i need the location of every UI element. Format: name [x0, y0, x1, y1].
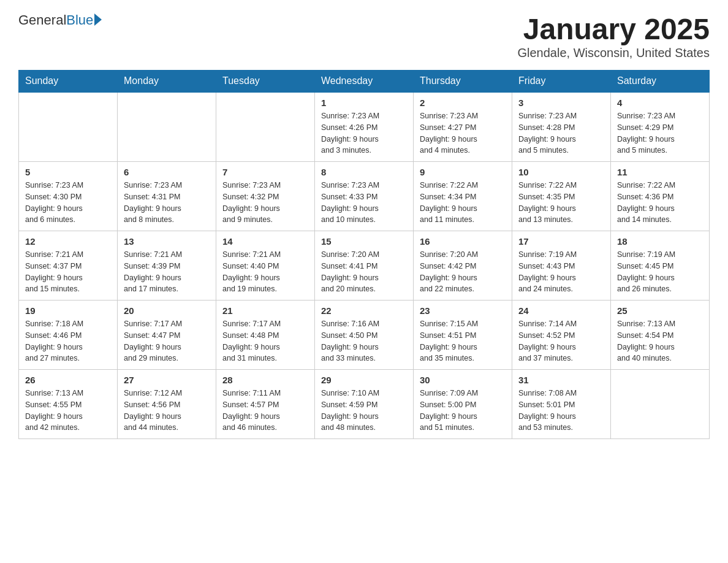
- day-info: Sunrise: 7:15 AM Sunset: 4:51 PM Dayligh…: [420, 318, 506, 364]
- day-number: 13: [124, 236, 210, 247]
- table-cell: 10Sunrise: 7:22 AM Sunset: 4:35 PM Dayli…: [512, 162, 611, 231]
- day-info: Sunrise: 7:13 AM Sunset: 4:55 PM Dayligh…: [25, 388, 111, 434]
- day-info: Sunrise: 7:13 AM Sunset: 4:54 PM Dayligh…: [617, 318, 703, 364]
- table-cell: [118, 92, 216, 162]
- day-number: 15: [321, 236, 407, 247]
- header-saturday: Saturday: [611, 71, 710, 93]
- day-number: 27: [124, 375, 210, 385]
- day-number: 5: [25, 167, 111, 177]
- table-cell: 24Sunrise: 7:14 AM Sunset: 4:52 PM Dayli…: [512, 301, 611, 370]
- page-header: GeneralBlue January 2025 Glendale, Wisco…: [18, 12, 710, 60]
- table-cell: [19, 92, 118, 162]
- calendar-table: SundayMondayTuesdayWednesdayThursdayFrid…: [18, 70, 710, 439]
- header-thursday: Thursday: [414, 71, 512, 93]
- table-cell: 16Sunrise: 7:20 AM Sunset: 4:42 PM Dayli…: [414, 231, 512, 301]
- logo-text: GeneralBlue: [18, 12, 93, 28]
- week-row-4: 19Sunrise: 7:18 AM Sunset: 4:46 PM Dayli…: [19, 301, 710, 370]
- day-info: Sunrise: 7:23 AM Sunset: 4:33 PM Dayligh…: [321, 180, 407, 226]
- day-info: Sunrise: 7:14 AM Sunset: 4:52 PM Dayligh…: [518, 318, 604, 364]
- table-cell: 12Sunrise: 7:21 AM Sunset: 4:37 PM Dayli…: [19, 231, 118, 301]
- header-sunday: Sunday: [19, 71, 118, 93]
- day-number: 11: [617, 167, 703, 177]
- day-info: Sunrise: 7:21 AM Sunset: 4:37 PM Dayligh…: [25, 249, 111, 295]
- table-cell: 28Sunrise: 7:11 AM Sunset: 4:57 PM Dayli…: [216, 370, 315, 439]
- day-info: Sunrise: 7:23 AM Sunset: 4:26 PM Dayligh…: [321, 110, 407, 156]
- table-cell: 18Sunrise: 7:19 AM Sunset: 4:45 PM Dayli…: [611, 231, 710, 301]
- table-cell: 6Sunrise: 7:23 AM Sunset: 4:31 PM Daylig…: [118, 162, 216, 231]
- week-row-2: 5Sunrise: 7:23 AM Sunset: 4:30 PM Daylig…: [19, 162, 710, 231]
- day-number: 17: [518, 236, 604, 247]
- calendar-subtitle: Glendale, Wisconsin, United States: [518, 46, 710, 60]
- table-cell: 21Sunrise: 7:17 AM Sunset: 4:48 PM Dayli…: [216, 301, 315, 370]
- day-info: Sunrise: 7:23 AM Sunset: 4:32 PM Dayligh…: [222, 180, 308, 226]
- header-friday: Friday: [512, 71, 611, 93]
- day-number: 20: [124, 305, 210, 316]
- day-number: 28: [222, 375, 308, 385]
- week-row-1: 1Sunrise: 7:23 AM Sunset: 4:26 PM Daylig…: [19, 92, 710, 162]
- day-number: 31: [518, 375, 604, 385]
- header-wednesday: Wednesday: [315, 71, 414, 93]
- table-cell: 13Sunrise: 7:21 AM Sunset: 4:39 PM Dayli…: [118, 231, 216, 301]
- table-cell: 20Sunrise: 7:17 AM Sunset: 4:47 PM Dayli…: [118, 301, 216, 370]
- day-number: 22: [321, 305, 407, 316]
- day-info: Sunrise: 7:08 AM Sunset: 5:01 PM Dayligh…: [518, 388, 604, 434]
- day-info: Sunrise: 7:21 AM Sunset: 4:39 PM Dayligh…: [124, 249, 210, 295]
- day-info: Sunrise: 7:19 AM Sunset: 4:43 PM Dayligh…: [518, 249, 604, 295]
- day-info: Sunrise: 7:16 AM Sunset: 4:50 PM Dayligh…: [321, 318, 407, 364]
- day-number: 16: [420, 236, 506, 247]
- calendar-title: January 2025: [518, 12, 710, 46]
- day-info: Sunrise: 7:12 AM Sunset: 4:56 PM Dayligh…: [124, 388, 210, 434]
- day-info: Sunrise: 7:23 AM Sunset: 4:29 PM Dayligh…: [617, 110, 703, 156]
- day-number: 10: [518, 167, 604, 177]
- table-cell: 7Sunrise: 7:23 AM Sunset: 4:32 PM Daylig…: [216, 162, 315, 231]
- week-row-3: 12Sunrise: 7:21 AM Sunset: 4:37 PM Dayli…: [19, 231, 710, 301]
- day-info: Sunrise: 7:10 AM Sunset: 4:59 PM Dayligh…: [321, 388, 407, 434]
- day-number: 29: [321, 375, 407, 385]
- day-info: Sunrise: 7:23 AM Sunset: 4:28 PM Dayligh…: [518, 110, 604, 156]
- day-number: 3: [518, 98, 604, 108]
- day-number: 23: [420, 305, 506, 316]
- table-cell: 2Sunrise: 7:23 AM Sunset: 4:27 PM Daylig…: [414, 92, 512, 162]
- table-cell: [611, 370, 710, 439]
- table-cell: 26Sunrise: 7:13 AM Sunset: 4:55 PM Dayli…: [19, 370, 118, 439]
- day-info: Sunrise: 7:23 AM Sunset: 4:30 PM Dayligh…: [25, 180, 111, 226]
- table-cell: 17Sunrise: 7:19 AM Sunset: 4:43 PM Dayli…: [512, 231, 611, 301]
- day-number: 2: [420, 98, 506, 108]
- day-number: 26: [25, 375, 111, 385]
- day-info: Sunrise: 7:23 AM Sunset: 4:27 PM Dayligh…: [420, 110, 506, 156]
- table-cell: 19Sunrise: 7:18 AM Sunset: 4:46 PM Dayli…: [19, 301, 118, 370]
- day-info: Sunrise: 7:20 AM Sunset: 4:42 PM Dayligh…: [420, 249, 506, 295]
- day-number: 30: [420, 375, 506, 385]
- day-info: Sunrise: 7:23 AM Sunset: 4:31 PM Dayligh…: [124, 180, 210, 226]
- table-cell: 15Sunrise: 7:20 AM Sunset: 4:41 PM Dayli…: [315, 231, 414, 301]
- day-number: 4: [617, 98, 703, 108]
- table-cell: [216, 92, 315, 162]
- table-cell: 9Sunrise: 7:22 AM Sunset: 4:34 PM Daylig…: [414, 162, 512, 231]
- table-cell: 14Sunrise: 7:21 AM Sunset: 4:40 PM Dayli…: [216, 231, 315, 301]
- day-number: 1: [321, 98, 407, 108]
- table-cell: 22Sunrise: 7:16 AM Sunset: 4:50 PM Dayli…: [315, 301, 414, 370]
- day-number: 24: [518, 305, 604, 316]
- day-info: Sunrise: 7:17 AM Sunset: 4:48 PM Dayligh…: [222, 318, 308, 364]
- day-info: Sunrise: 7:09 AM Sunset: 5:00 PM Dayligh…: [420, 388, 506, 434]
- table-cell: 30Sunrise: 7:09 AM Sunset: 5:00 PM Dayli…: [414, 370, 512, 439]
- table-cell: 5Sunrise: 7:23 AM Sunset: 4:30 PM Daylig…: [19, 162, 118, 231]
- calendar-header-row: SundayMondayTuesdayWednesdayThursdayFrid…: [19, 71, 710, 93]
- day-number: 7: [222, 167, 308, 177]
- logo: GeneralBlue: [18, 12, 102, 28]
- header-monday: Monday: [118, 71, 216, 93]
- logo-arrow-icon: [94, 13, 102, 26]
- table-cell: 27Sunrise: 7:12 AM Sunset: 4:56 PM Dayli…: [118, 370, 216, 439]
- day-info: Sunrise: 7:11 AM Sunset: 4:57 PM Dayligh…: [222, 388, 308, 434]
- table-cell: 31Sunrise: 7:08 AM Sunset: 5:01 PM Dayli…: [512, 370, 611, 439]
- table-cell: 3Sunrise: 7:23 AM Sunset: 4:28 PM Daylig…: [512, 92, 611, 162]
- day-info: Sunrise: 7:18 AM Sunset: 4:46 PM Dayligh…: [25, 318, 111, 364]
- title-block: January 2025 Glendale, Wisconsin, United…: [518, 12, 710, 60]
- day-info: Sunrise: 7:17 AM Sunset: 4:47 PM Dayligh…: [124, 318, 210, 364]
- day-number: 18: [617, 236, 703, 247]
- day-number: 21: [222, 305, 308, 316]
- table-cell: 11Sunrise: 7:22 AM Sunset: 4:36 PM Dayli…: [611, 162, 710, 231]
- day-info: Sunrise: 7:20 AM Sunset: 4:41 PM Dayligh…: [321, 249, 407, 295]
- week-row-5: 26Sunrise: 7:13 AM Sunset: 4:55 PM Dayli…: [19, 370, 710, 439]
- header-tuesday: Tuesday: [216, 71, 315, 93]
